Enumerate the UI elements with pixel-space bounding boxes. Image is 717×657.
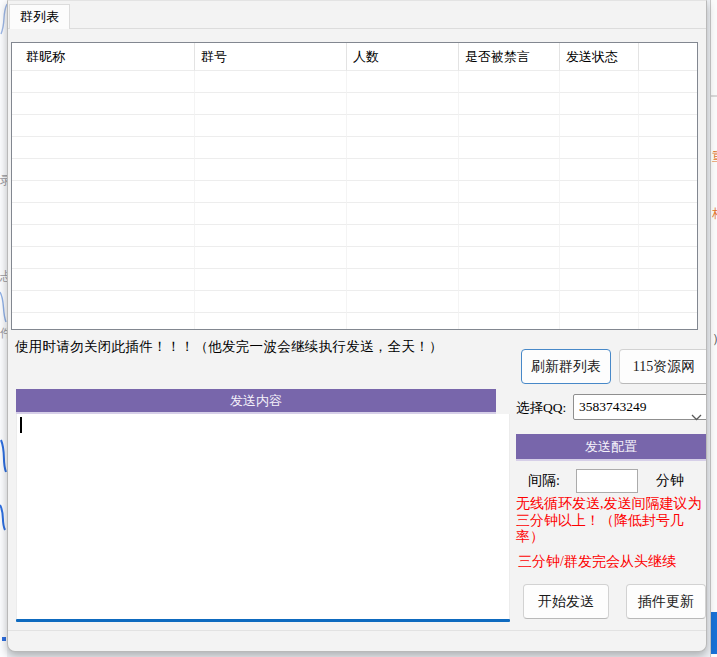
minutes-label: 分钟	[656, 472, 684, 490]
chevron-down-icon	[691, 405, 702, 429]
resource-site-button[interactable]: 115资源网	[619, 349, 707, 384]
table-cell	[347, 203, 459, 225]
desktop-left-sliver: 录 忐 件	[0, 0, 7, 657]
background-glyph: 重	[712, 148, 717, 166]
table-cell	[639, 291, 697, 313]
table-cell	[347, 313, 459, 330]
table-cell	[459, 247, 560, 269]
usage-notice: 使用时请勿关闭此插件！！！（他发完一波会继续执行发送，全天！）	[15, 338, 443, 356]
table-cell	[639, 93, 697, 115]
table-cell	[560, 115, 639, 137]
table-row[interactable]	[12, 269, 697, 291]
table-cell	[347, 159, 459, 181]
table-cell	[347, 269, 459, 291]
column-header-group-number[interactable]: 群号	[195, 43, 347, 71]
column-header-member-count[interactable]: 人数	[347, 43, 459, 71]
table-cell	[195, 203, 347, 225]
column-header-muted[interactable]: 是否被禁言	[459, 43, 560, 71]
interval-input[interactable]	[576, 469, 638, 493]
table-cell	[347, 115, 459, 137]
background-divider	[711, 95, 717, 97]
group-table: 群昵称 群号 人数 是否被禁言 发送状态	[11, 42, 698, 330]
table-row[interactable]	[12, 181, 697, 203]
table-row[interactable]	[12, 93, 697, 115]
send-config-header: 发送配置	[516, 434, 706, 461]
background-glyph: 录	[0, 172, 7, 189]
interval-label: 间隔:	[528, 472, 560, 490]
background-blue-block	[711, 612, 717, 654]
interval-warning-text: 无线循环发送,发送间隔建议为三分钟以上！（降低封号几率）	[516, 496, 707, 546]
plugin-update-button[interactable]: 插件更新	[626, 584, 706, 619]
column-header-send-status[interactable]: 发送状态	[560, 43, 639, 71]
table-row[interactable]	[12, 225, 697, 247]
table-cell	[12, 159, 195, 181]
table-cell	[459, 291, 560, 313]
refresh-group-list-button[interactable]: 刷新群列表	[521, 349, 611, 384]
table-cell	[560, 291, 639, 313]
table-cell	[560, 137, 639, 159]
table-row[interactable]	[12, 137, 697, 159]
table-cell	[195, 225, 347, 247]
table-cell	[347, 93, 459, 115]
table-cell	[12, 313, 195, 330]
table-cell	[560, 93, 639, 115]
background-glyph: 件	[0, 325, 7, 342]
table-cell	[347, 225, 459, 247]
table-cell	[560, 159, 639, 181]
table-cell	[560, 71, 639, 93]
table-cell	[639, 159, 697, 181]
textarea-focus-underline	[16, 619, 510, 622]
table-row[interactable]	[12, 313, 697, 330]
table-cell	[560, 313, 639, 330]
table-cell	[347, 71, 459, 93]
column-header-extra[interactable]	[639, 43, 697, 71]
table-cell	[560, 203, 639, 225]
table-cell	[459, 159, 560, 181]
table-row[interactable]	[12, 203, 697, 225]
column-header-nickname[interactable]: 群昵称	[12, 43, 195, 71]
table-cell	[195, 115, 347, 137]
table-cell	[195, 137, 347, 159]
select-qq-label: 选择QQ:	[516, 399, 566, 417]
table-cell	[459, 71, 560, 93]
plugin-window: 群列表 群昵称 群号 人数 是否被禁言 发送状态 使用时请勿关闭此插件！！！（他…	[7, 0, 707, 652]
table-cell	[195, 269, 347, 291]
table-cell	[639, 247, 697, 269]
table-row[interactable]	[12, 291, 697, 313]
table-cell	[560, 225, 639, 247]
table-cell	[195, 313, 347, 330]
table-cell	[459, 313, 560, 330]
table-row[interactable]	[12, 71, 697, 93]
table-cell	[195, 159, 347, 181]
table-cell	[12, 181, 195, 203]
table-cell	[639, 181, 697, 203]
table-row[interactable]	[12, 159, 697, 181]
qq-account-select[interactable]: 3583743249	[573, 394, 707, 420]
table-cell	[639, 313, 697, 330]
table-cell	[459, 225, 560, 247]
table-cell	[459, 115, 560, 137]
table-row[interactable]	[12, 247, 697, 269]
table-cell	[459, 203, 560, 225]
background-glyph: 忐	[0, 268, 7, 285]
statusbar-divider	[8, 630, 706, 631]
table-cell	[195, 291, 347, 313]
table-cell	[347, 291, 459, 313]
table-cell	[639, 269, 697, 291]
table-cell	[12, 291, 195, 313]
table-cell	[639, 203, 697, 225]
table-row[interactable]	[12, 115, 697, 137]
table-cell	[639, 137, 697, 159]
table-cell	[12, 71, 195, 93]
table-cell	[459, 137, 560, 159]
table-cell	[12, 247, 195, 269]
tab-group-list[interactable]: 群列表	[9, 4, 70, 29]
start-send-button[interactable]: 开始发送	[523, 584, 609, 619]
message-textarea[interactable]	[16, 414, 510, 619]
loop-warning-text: 三分钟/群发完会从头继续	[518, 553, 676, 571]
table-cell	[459, 269, 560, 291]
group-table-header: 群昵称 群号 人数 是否被禁言 发送状态	[12, 43, 697, 71]
desktop-right-sliver: 重 格 ）	[710, 0, 717, 657]
table-cell	[12, 269, 195, 291]
table-body	[12, 71, 697, 330]
